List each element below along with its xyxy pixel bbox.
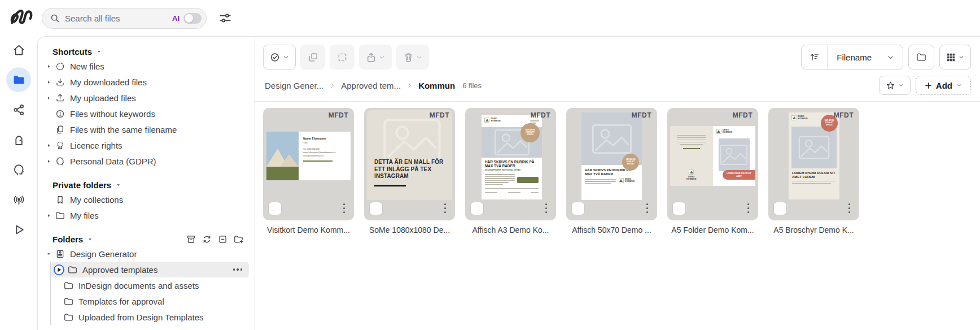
tree-item-uploaded-from-design-templates[interactable]: Uploaded from Design Templates xyxy=(51,309,252,325)
sort-direction-button[interactable] xyxy=(802,45,828,69)
search-input[interactable] xyxy=(65,14,170,23)
new-folder-icon[interactable] xyxy=(233,234,244,245)
caret-right-icon[interactable] xyxy=(45,95,53,101)
sidebar-item-my-downloaded-files[interactable]: My downloaded files xyxy=(38,74,252,90)
sidebar: Shortcuts New files My downloaded files xyxy=(38,37,255,330)
breadcrumb-segment[interactable]: Design Gener... xyxy=(265,81,323,90)
copy-button[interactable] xyxy=(300,45,325,70)
sidebar-item-personal-data-gdpr[interactable]: Personal Data (GDPR) xyxy=(38,153,252,169)
delete-button[interactable] xyxy=(396,45,429,70)
sidebar-item-label: New files xyxy=(70,62,104,71)
thumbnail-image xyxy=(266,132,299,180)
folders-header[interactable]: Folders xyxy=(38,232,252,246)
file-menu-kebab[interactable] xyxy=(342,202,347,215)
collapse-all-icon[interactable] xyxy=(217,234,228,245)
file-checkbox[interactable] xyxy=(774,202,786,215)
add-button[interactable]: Add xyxy=(916,76,971,95)
file-checkbox[interactable] xyxy=(370,202,382,215)
archive-box-icon[interactable] xyxy=(186,234,196,245)
sidebar-item-my-uploaded-files[interactable]: My uploaded files xyxy=(38,90,252,106)
sidebar-item-new-files[interactable]: New files xyxy=(38,58,252,74)
rail-media-button[interactable] xyxy=(6,217,31,242)
file-menu-kebab[interactable] xyxy=(645,202,650,215)
file-thumbnail: DEMO KOMMUN DEMO KOMMUN LOREM IPSUM DOLO… xyxy=(670,126,755,186)
folder-icon xyxy=(54,210,66,221)
caret-right-icon[interactable] xyxy=(45,142,53,149)
file-checkbox[interactable] xyxy=(471,202,483,215)
show-folders-button[interactable] xyxy=(908,45,934,70)
file-card[interactable]: MFDT DETTA ÄR EN MALL FÖR ETT INLÄGG PÅ … xyxy=(364,108,455,220)
file-name[interactable]: Visitkort Demo Komm... xyxy=(263,225,354,235)
breadcrumb-segment[interactable]: Approved tem... xyxy=(341,81,401,90)
chevron-down-icon xyxy=(415,54,423,61)
caret-right-icon[interactable] xyxy=(45,79,53,85)
approval-play-icon[interactable] xyxy=(53,264,65,276)
caret-right-icon[interactable] xyxy=(45,158,53,164)
rail-files-button[interactable] xyxy=(6,67,31,92)
select-all-button[interactable] xyxy=(263,45,296,70)
sidebar-item-label: Files with the same filename xyxy=(70,125,177,134)
file-checkbox[interactable] xyxy=(673,202,685,215)
file-menu-kebab[interactable] xyxy=(544,202,549,215)
file-checkbox[interactable] xyxy=(572,202,584,215)
file-name[interactable]: Affisch 50x70 Demo ... xyxy=(566,225,657,235)
file-card[interactable]: MFDT xyxy=(263,108,354,220)
file-card[interactable]: MFDT DEMO KOMMUN DEMO KOMMUN xyxy=(667,108,758,220)
design-generator-icon xyxy=(54,249,66,259)
sidebar-item-licence-rights[interactable]: Licence rights xyxy=(38,137,252,153)
sync-icon[interactable] xyxy=(202,234,212,245)
chevron-down-icon[interactable] xyxy=(886,53,903,62)
file-thumbnail: HÄR ÄR EN FORM ATT SKRIVA I HÄR SKRIVS E… xyxy=(581,112,642,200)
private-folders-header[interactable]: Private folders xyxy=(38,178,252,192)
person-profile-icon xyxy=(54,156,66,167)
tree-item-templates-for-approval[interactable]: Templates for approval xyxy=(51,293,252,309)
caret-right-icon[interactable] xyxy=(45,212,53,219)
tree-item-approved-templates[interactable]: Approved templates xyxy=(51,262,249,277)
share-export-button[interactable] xyxy=(359,45,392,70)
file-checkbox[interactable] xyxy=(269,202,281,215)
folder-more-menu[interactable] xyxy=(233,268,243,271)
mediaflow-logo-icon[interactable] xyxy=(9,7,34,29)
file-menu-kebab[interactable] xyxy=(746,202,751,215)
file-name[interactable]: A5 Folder Demo Kom... xyxy=(667,225,758,235)
rail-portal-button[interactable] xyxy=(6,127,31,152)
rail-people-button[interactable] xyxy=(6,157,31,182)
grid-view-button[interactable] xyxy=(939,45,971,70)
selection-toolbar xyxy=(263,45,429,70)
favorites-filter-button[interactable] xyxy=(879,76,911,95)
file-card[interactable]: MFDT HÄR ÄR EN FORM ATT SKRIVA I HÄR SKR… xyxy=(566,108,657,220)
tree-item-indesign-documents[interactable]: InDesign documents and assets xyxy=(51,277,252,293)
tree-item-label: Templates for approval xyxy=(78,297,164,306)
tree-root-design-generator[interactable]: Design Generator xyxy=(38,246,252,262)
sidebar-item-files-without-keywords[interactable]: Files without keywords xyxy=(38,106,252,121)
trash-icon xyxy=(403,51,414,63)
chevron-down-icon xyxy=(115,182,121,188)
folder-icon xyxy=(66,264,78,275)
ai-search-toggle[interactable] xyxy=(183,13,202,24)
deselect-button[interactable] xyxy=(330,45,355,70)
file-menu-kebab[interactable] xyxy=(847,202,852,215)
thumb-text: DETTA ÄR EN MALL FÖR ETT INLÄGG PÅ TEX I… xyxy=(374,159,445,180)
caret-right-icon[interactable] xyxy=(45,63,53,70)
file-thumbnail: DEMO KOMMUN HÄR ÄR EN FORM ATT SKRIVA I … xyxy=(789,112,839,199)
chevron-down-icon xyxy=(378,54,386,61)
home-icon xyxy=(12,43,26,57)
file-cell: MFDT DEMO KOMMUN DEMO KOMMUN xyxy=(667,108,758,235)
caret-down-icon[interactable] xyxy=(45,251,53,257)
sidebar-item-my-collections[interactable]: My collections xyxy=(38,192,252,207)
file-menu-kebab[interactable] xyxy=(443,202,448,215)
file-name[interactable]: A5 Broschyr Demo K... xyxy=(768,225,859,235)
file-card[interactable]: MFDT DEMO KOMMUN HÄR ÄR EN FORM ATT SKRI… xyxy=(768,108,859,220)
rail-home-button[interactable] xyxy=(6,37,31,62)
search-bar[interactable]: AI xyxy=(42,8,207,29)
rail-broadcast-button[interactable] xyxy=(6,187,31,212)
sort-field-select[interactable]: Filename xyxy=(828,53,886,62)
shortcuts-header[interactable]: Shortcuts xyxy=(38,45,252,58)
search-settings-sliders-icon[interactable] xyxy=(218,11,233,25)
sidebar-item-files-same-filename[interactable]: Files with the same filename xyxy=(38,121,252,137)
rail-share-button[interactable] xyxy=(6,97,31,122)
sidebar-item-my-files[interactable]: My files xyxy=(38,207,252,223)
file-name[interactable]: SoMe 1080x1080 De... xyxy=(364,225,455,235)
file-name[interactable]: Affisch A3 Demo Ko... xyxy=(465,225,556,235)
file-card[interactable]: MFDT DEMO KOMMUN HÄR ÄR EN FORM ATT SKRI… xyxy=(465,108,556,220)
